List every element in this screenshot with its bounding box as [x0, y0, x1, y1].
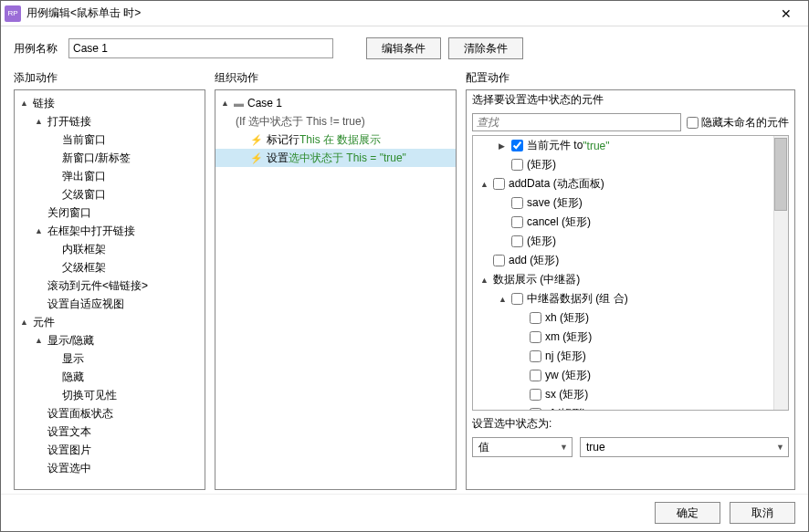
tree-item[interactable]: 父级窗口	[15, 185, 205, 203]
tree-label: 显示/隐藏	[47, 333, 94, 349]
tree-item[interactable]: 设置图片	[15, 441, 205, 459]
add-action-tree[interactable]: ▲链接▲打开链接当前窗口新窗口/新标签弹出窗口父级窗口关闭窗口▲在框架中打开链接…	[14, 89, 205, 490]
tree-item[interactable]: 设置面板状态	[15, 404, 205, 422]
widget-label: xm (矩形)	[545, 329, 592, 345]
organize-action-tree[interactable]: ▲ ▬ Case 1 (If 选中状态于 This != true) ⚡ 标记行…	[215, 89, 457, 490]
tree-item[interactable]: 新窗口/新标签	[15, 149, 205, 167]
tree-item[interactable]: 隐藏	[15, 368, 205, 386]
edit-condition-button[interactable]: 编辑条件	[366, 37, 441, 59]
tree-item[interactable]: ▲显示/隐藏	[15, 331, 205, 349]
hide-unnamed-checkbox[interactable]: 隐藏未命名的元件	[687, 115, 789, 130]
tree-label: 切换可见性	[62, 388, 117, 403]
widget-label: 数据展示 (中继器)	[493, 272, 580, 287]
widget-checkbox[interactable]	[530, 408, 541, 411]
widget-checkbox[interactable]	[530, 370, 541, 381]
case-node[interactable]: ▲ ▬ Case 1	[215, 94, 456, 112]
expand-icon[interactable]: ▶	[499, 141, 510, 151]
widget-item[interactable]: (矩形)	[473, 155, 788, 174]
widget-checkbox[interactable]	[530, 389, 541, 401]
tree-item[interactable]: 设置选中	[15, 459, 205, 477]
widget-checkbox[interactable]	[511, 293, 523, 305]
widget-item[interactable]: save (矩形)	[473, 193, 788, 213]
case-name-label: 用例名称	[14, 41, 58, 57]
tree-label: 父级框架	[62, 260, 106, 276]
widget-value: "true"	[583, 140, 609, 152]
widget-item[interactable]: zf (矩形)	[473, 404, 788, 411]
hide-unnamed-input[interactable]	[687, 117, 699, 129]
widget-checkbox[interactable]	[511, 140, 523, 151]
case-name-input[interactable]	[68, 38, 333, 58]
lightning-icon: ⚡	[250, 134, 263, 146]
widget-item[interactable]: (矩形)	[473, 232, 788, 251]
widget-item[interactable]: ▲中继器数据列 (组 合)	[473, 289, 788, 308]
ok-button[interactable]: 确定	[655, 502, 720, 524]
widget-label: 当前元件 to	[527, 138, 583, 153]
set-state-label: 设置选中状态为:	[467, 411, 794, 437]
tree-item[interactable]: 关闭窗口	[15, 203, 205, 222]
widget-checkbox[interactable]	[511, 197, 523, 209]
widget-item[interactable]: xm (矩形)	[473, 328, 788, 347]
search-input[interactable]	[472, 113, 681, 131]
expand-icon[interactable]: ▲	[480, 276, 491, 285]
tree-item[interactable]: 弹出窗口	[15, 167, 205, 185]
tree-item[interactable]: 切换可见性	[15, 386, 205, 404]
widget-item[interactable]: ▲addData (动态面板)	[473, 174, 788, 193]
tree-item[interactable]: 显示	[15, 349, 205, 368]
widget-item[interactable]: ▲数据展示 (中继器)	[473, 270, 788, 289]
expand-icon[interactable]: ▲	[480, 180, 491, 189]
expand-icon[interactable]: ▲	[20, 318, 31, 327]
tree-item[interactable]: 滚动到元件<锚链接>	[15, 276, 205, 295]
tree-item[interactable]: 设置自适应视图	[15, 295, 205, 313]
widget-checkbox[interactable]	[511, 159, 523, 171]
widget-checkbox[interactable]	[530, 331, 541, 343]
widget-item[interactable]: ▶当前元件 to "true"	[473, 136, 788, 155]
value-type-combo[interactable]: 值 ▼	[472, 437, 573, 457]
expand-icon[interactable]: ▲	[35, 117, 46, 126]
value-type-text: 值	[478, 440, 489, 455]
expand-icon[interactable]: ▲	[20, 99, 31, 108]
tree-label: 元件	[33, 315, 55, 330]
widget-item[interactable]: yw (矩形)	[473, 366, 788, 385]
tree-item[interactable]: ▲元件	[15, 313, 205, 331]
widget-checkbox[interactable]	[493, 255, 505, 266]
tree-item[interactable]: 当前窗口	[15, 130, 205, 149]
widget-label: xh (矩形)	[545, 310, 589, 326]
widget-checkbox[interactable]	[530, 350, 541, 362]
expand-icon[interactable]: ▲	[499, 295, 510, 304]
scrollbar[interactable]	[773, 136, 788, 410]
widget-checkbox[interactable]	[493, 178, 505, 190]
cancel-button[interactable]: 取消	[730, 502, 795, 524]
tree-item[interactable]: ▲打开链接	[15, 112, 205, 130]
condition-node[interactable]: (If 选中状态于 This != true)	[215, 112, 456, 130]
close-button[interactable]: ✕	[768, 1, 804, 26]
expand-icon[interactable]: ▲	[35, 226, 46, 235]
tree-item[interactable]: 父级框架	[15, 258, 205, 276]
action-row[interactable]: ⚡ 标记行 This 在 数据展示	[215, 130, 456, 149]
scroll-thumb[interactable]	[774, 138, 787, 211]
widget-tree[interactable]: ▶当前元件 to "true"(矩形)▲addData (动态面板)save (…	[472, 135, 789, 411]
widget-checkbox[interactable]	[511, 216, 523, 228]
tree-label: 新窗口/新标签	[62, 151, 131, 166]
widget-item[interactable]: add (矩形)	[473, 251, 788, 270]
widget-label: 中继器数据列 (组 合)	[527, 291, 628, 307]
value-combo[interactable]: true ▼	[580, 437, 789, 457]
add-action-header: 添加动作	[14, 67, 205, 89]
expand-icon[interactable]: ▲	[35, 336, 46, 345]
tree-item[interactable]: ▲链接	[15, 94, 205, 112]
tree-label: 当前窗口	[62, 132, 106, 148]
widget-checkbox[interactable]	[511, 235, 523, 247]
chevron-down-icon: ▼	[560, 443, 568, 452]
tree-item[interactable]: ▲在框架中打开链接	[15, 222, 205, 240]
widget-item[interactable]: xh (矩形)	[473, 308, 788, 328]
widget-item[interactable]: nj (矩形)	[473, 347, 788, 366]
widget-item[interactable]: sx (矩形)	[473, 385, 788, 404]
action-row-selected[interactable]: ⚡ 设置 选中状态于 This = "true"	[215, 149, 456, 167]
widget-item[interactable]: cancel (矩形)	[473, 213, 788, 232]
action-target: 选中状态于 This = "true"	[289, 151, 406, 166]
tree-label: 设置选中	[47, 461, 91, 476]
clear-condition-button[interactable]: 清除条件	[448, 37, 523, 59]
widget-checkbox[interactable]	[530, 312, 541, 324]
tree-item[interactable]: 设置文本	[15, 422, 205, 441]
tree-item[interactable]: 内联框架	[15, 240, 205, 258]
expand-icon[interactable]: ▲	[221, 99, 232, 108]
